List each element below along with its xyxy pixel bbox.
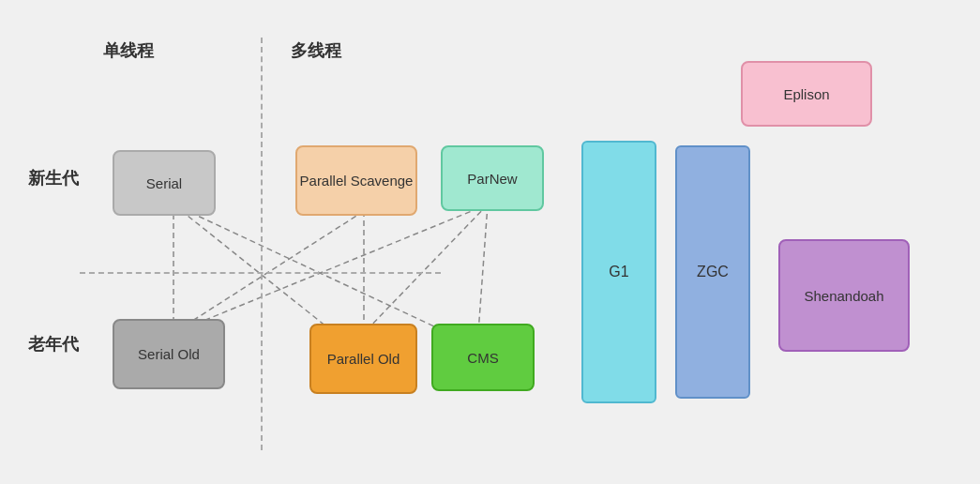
- old-gen-label: 老年代: [28, 333, 79, 355]
- parallel-scavenge-box: Parallel Scavenge: [295, 145, 417, 216]
- zgc-box: ZGC: [675, 145, 750, 399]
- svg-line-3: [173, 204, 488, 333]
- epsilon-box: Eplison: [741, 61, 872, 127]
- gc-diagram: 单线程 多线程 新生代 老年代 Serial Serial Old Parall…: [0, 0, 980, 484]
- young-gen-label: 新生代: [28, 167, 79, 189]
- vertical-divider: [261, 38, 263, 450]
- serial-old-box: Serial Old: [113, 319, 225, 389]
- cms-box: CMS: [431, 324, 535, 391]
- svg-line-4: [478, 204, 488, 333]
- par-new-box: ParNew: [441, 145, 544, 211]
- horizontal-divider: [80, 272, 441, 274]
- shenandoah-box: Shenandoah: [778, 239, 910, 352]
- serial-box: Serial: [113, 150, 216, 216]
- multi-thread-label: 多线程: [291, 39, 341, 62]
- g1-box: G1: [581, 141, 656, 403]
- svg-line-7: [364, 204, 488, 333]
- single-thread-label: 单线程: [103, 39, 154, 62]
- parallel-old-box: Parallel Old: [309, 324, 417, 394]
